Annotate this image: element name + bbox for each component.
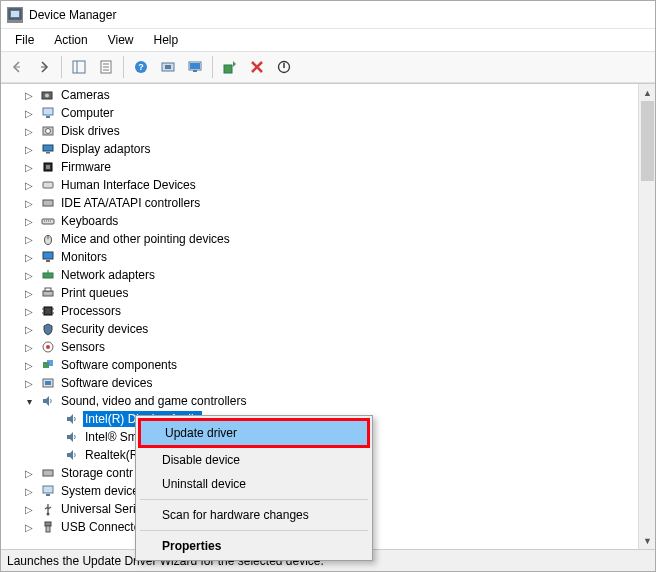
titlebar: Device Manager bbox=[1, 1, 655, 29]
menu-help[interactable]: Help bbox=[144, 31, 189, 49]
tree-item-sound[interactable]: ▾Sound, video and game controllers bbox=[1, 392, 655, 410]
tree-item-disk-drives[interactable]: ▷Disk drives bbox=[1, 122, 655, 140]
display-icon bbox=[40, 141, 56, 157]
forward-button[interactable] bbox=[32, 55, 56, 79]
tree-item-print-queues[interactable]: ▷Print queues bbox=[1, 284, 655, 302]
expand-icon[interactable]: ▷ bbox=[21, 357, 37, 373]
scroll-up-button[interactable]: ▲ bbox=[639, 84, 655, 101]
svg-rect-37 bbox=[43, 291, 53, 296]
svg-rect-52 bbox=[46, 494, 50, 496]
expand-icon[interactable]: ▷ bbox=[21, 231, 37, 247]
scan-hardware-button[interactable] bbox=[156, 55, 180, 79]
processor-icon bbox=[40, 303, 56, 319]
monitor-button[interactable] bbox=[183, 55, 207, 79]
svg-rect-47 bbox=[47, 360, 53, 366]
app-icon bbox=[7, 7, 23, 23]
hid-icon bbox=[40, 177, 56, 193]
expand-icon[interactable]: ▷ bbox=[21, 159, 37, 175]
update-driver-button[interactable] bbox=[218, 55, 242, 79]
tree-item-ide[interactable]: ▷IDE ATA/ATAPI controllers bbox=[1, 194, 655, 212]
toolbar-separator bbox=[61, 56, 62, 78]
svg-rect-35 bbox=[43, 273, 53, 278]
tree-item-sensors[interactable]: ▷Sensors bbox=[1, 338, 655, 356]
menu-properties[interactable]: Properties bbox=[138, 534, 370, 558]
back-button[interactable] bbox=[5, 55, 29, 79]
help-button[interactable]: ? bbox=[129, 55, 153, 79]
usb-connector-icon bbox=[40, 519, 56, 535]
expand-icon[interactable]: ▷ bbox=[21, 141, 37, 157]
usb-icon bbox=[40, 501, 56, 517]
printer-icon bbox=[40, 285, 56, 301]
expand-icon[interactable]: ▷ bbox=[21, 303, 37, 319]
keyboard-icon bbox=[40, 213, 56, 229]
scroll-thumb[interactable] bbox=[641, 101, 654, 181]
svg-rect-2 bbox=[73, 61, 85, 73]
tree-item-display-adaptors[interactable]: ▷Display adaptors bbox=[1, 140, 655, 158]
expand-icon[interactable]: ▷ bbox=[21, 465, 37, 481]
collapse-icon[interactable]: ▾ bbox=[21, 393, 37, 409]
expand-icon[interactable]: ▷ bbox=[21, 177, 37, 193]
menu-uninstall-device[interactable]: Uninstall device bbox=[138, 472, 370, 496]
expand-icon[interactable]: ▷ bbox=[21, 195, 37, 211]
expand-icon[interactable]: ▷ bbox=[21, 105, 37, 121]
uninstall-button[interactable] bbox=[245, 55, 269, 79]
disable-button[interactable] bbox=[272, 55, 296, 79]
tree-item-firmware[interactable]: ▷Firmware bbox=[1, 158, 655, 176]
tree-item-software-devices[interactable]: ▷Software devices bbox=[1, 374, 655, 392]
toolbar-separator bbox=[212, 56, 213, 78]
svg-rect-13 bbox=[190, 63, 200, 69]
show-hide-tree-button[interactable] bbox=[67, 55, 91, 79]
ide-icon bbox=[40, 195, 56, 211]
menubar: File Action View Help bbox=[1, 29, 655, 51]
expand-icon[interactable]: ▷ bbox=[21, 267, 37, 283]
expand-icon[interactable]: ▷ bbox=[21, 87, 37, 103]
svg-rect-27 bbox=[43, 182, 53, 188]
expand-icon[interactable]: ▷ bbox=[21, 519, 37, 535]
tree-item-processors[interactable]: ▷Processors bbox=[1, 302, 655, 320]
tree-item-software-components[interactable]: ▷Software components bbox=[1, 356, 655, 374]
menu-disable-device[interactable]: Disable device bbox=[138, 448, 370, 472]
vertical-scrollbar[interactable]: ▲ ▼ bbox=[638, 84, 655, 549]
expand-icon[interactable]: ▷ bbox=[21, 375, 37, 391]
tree-item-cameras[interactable]: ▷Cameras bbox=[1, 86, 655, 104]
tree-item-network[interactable]: ▷Network adapters bbox=[1, 266, 655, 284]
svg-rect-39 bbox=[44, 307, 52, 315]
svg-rect-19 bbox=[43, 108, 53, 115]
expand-icon[interactable]: ▷ bbox=[21, 483, 37, 499]
storage-icon bbox=[40, 465, 56, 481]
expand-icon[interactable]: ▷ bbox=[21, 123, 37, 139]
svg-point-45 bbox=[46, 345, 50, 349]
highlighted-menu-item-wrap: Update driver bbox=[138, 418, 370, 448]
menu-scan-hardware[interactable]: Scan for hardware changes bbox=[138, 503, 370, 527]
expand-icon[interactable]: ▷ bbox=[21, 501, 37, 517]
svg-rect-15 bbox=[224, 65, 232, 73]
camera-icon bbox=[40, 87, 56, 103]
sound-icon bbox=[64, 429, 80, 445]
sound-icon bbox=[40, 393, 56, 409]
tree-item-security[interactable]: ▷Security devices bbox=[1, 320, 655, 338]
svg-rect-38 bbox=[45, 288, 51, 291]
system-icon bbox=[40, 483, 56, 499]
scroll-down-button[interactable]: ▼ bbox=[639, 532, 655, 549]
security-icon bbox=[40, 321, 56, 337]
toolbar-separator bbox=[123, 56, 124, 78]
tree-item-mice[interactable]: ▷Mice and other pointing devices bbox=[1, 230, 655, 248]
expand-icon[interactable]: ▷ bbox=[21, 249, 37, 265]
computer-icon bbox=[40, 105, 56, 121]
expand-icon[interactable]: ▷ bbox=[21, 339, 37, 355]
sensor-icon bbox=[40, 339, 56, 355]
expand-icon[interactable]: ▷ bbox=[21, 285, 37, 301]
menu-action[interactable]: Action bbox=[44, 31, 97, 49]
expand-icon[interactable]: ▷ bbox=[21, 213, 37, 229]
svg-point-53 bbox=[47, 513, 50, 516]
tree-item-keyboards[interactable]: ▷Keyboards bbox=[1, 212, 655, 230]
tree-item-monitors[interactable]: ▷Monitors bbox=[1, 248, 655, 266]
sound-icon bbox=[64, 411, 80, 427]
tree-item-computer[interactable]: ▷Computer bbox=[1, 104, 655, 122]
properties-button[interactable] bbox=[94, 55, 118, 79]
menu-view[interactable]: View bbox=[98, 31, 144, 49]
menu-file[interactable]: File bbox=[5, 31, 44, 49]
menu-update-driver[interactable]: Update driver bbox=[141, 421, 367, 445]
expand-icon[interactable]: ▷ bbox=[21, 321, 37, 337]
tree-item-hid[interactable]: ▷Human Interface Devices bbox=[1, 176, 655, 194]
